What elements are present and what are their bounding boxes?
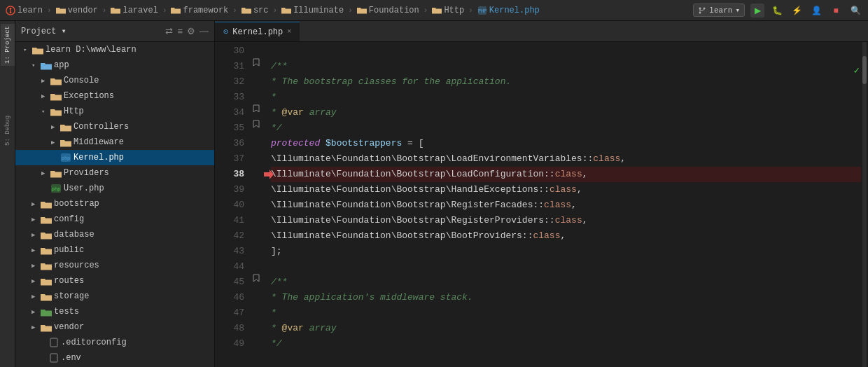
search-button[interactable]: 🔍 (848, 4, 862, 18)
expand-arrow: ▶ (41, 77, 48, 85)
breadcrumb-src[interactable]: src (241, 6, 269, 15)
tree-item-public[interactable]: ▶ public (15, 242, 214, 258)
top-bar: learn › vendor › laravel › framework › s… (0, 0, 868, 21)
line-number: 34 (215, 105, 244, 120)
expand-arrow: ▶ (41, 92, 48, 100)
code-line-35: */ (271, 120, 861, 136)
folder-icon (60, 123, 71, 132)
line-number: 48 (215, 321, 244, 336)
breadcrumb-kernel[interactable]: PHP Kernel.php (477, 6, 540, 15)
tree-item-label: app (54, 60, 69, 70)
debug-button[interactable]: 🐛 (770, 4, 784, 18)
breadcrumb-foundation[interactable]: Foundation (357, 6, 419, 15)
tree-item-storage[interactable]: ▶ storage (15, 289, 214, 304)
expand-arrow: ▶ (51, 139, 58, 146)
tree-item-label: routes (54, 276, 84, 286)
run-button[interactable]: ▶ (750, 4, 764, 18)
line-number: 31 (215, 59, 244, 74)
breadcrumb-http[interactable]: Http (432, 6, 464, 15)
svg-text:php: php (62, 155, 71, 161)
folder-icon (50, 76, 62, 85)
bookmark-icon (253, 120, 260, 128)
line-number: 36 (215, 136, 244, 151)
line-number: 33 (215, 90, 244, 105)
folder-icon (50, 92, 62, 101)
stop-button[interactable]: ■ (829, 4, 843, 18)
tree-item-env[interactable]: .env (15, 350, 214, 366)
breadcrumb-vendor[interactable]: vendor (56, 6, 98, 15)
code-line-49: */ (271, 336, 861, 352)
bookmark-icon (253, 274, 260, 282)
tree-item-resources[interactable]: ▶ resources (15, 258, 214, 273)
bookmark-icon (253, 58, 260, 67)
editor-tab-kernel[interactable]: ⊙ Kernel.php × (215, 22, 300, 41)
breadcrumb-laravel[interactable]: laravel (111, 6, 158, 15)
code-line-37: \Illuminate\Foundation\Bootstrap\LoadEnv… (271, 151, 861, 167)
code-line-44 (271, 259, 861, 275)
folder-icon (41, 277, 52, 286)
line-numbers: 30 31 32 33 34 35 36 37 38 39 40 41 42 4… (215, 42, 250, 367)
tree-item-console[interactable]: ▶ Console (15, 73, 214, 88)
tree-item-kernel-php[interactable]: php Kernel.php (15, 150, 214, 165)
tree-item-learn[interactable]: ▾ learn D:\www\learn (15, 42, 214, 57)
line-number: 47 (215, 305, 244, 321)
chevron-down-icon: ▾ (735, 6, 740, 15)
tree-item-editorconfig[interactable]: .editorconfig (15, 335, 214, 350)
expand-arrow: ▶ (31, 308, 38, 316)
tree-settings-button[interactable]: ⚙ (187, 26, 195, 36)
tree-collapse-button[interactable]: ≡ (177, 26, 183, 36)
expand-arrow: ▶ (31, 231, 38, 239)
tree-item-label: public (54, 245, 84, 255)
tree-item-user-php[interactable]: php User.php (15, 181, 214, 196)
tree-item-app[interactable]: ▾ app (15, 57, 214, 73)
folder-icon (41, 261, 52, 270)
tab-file-icon: ⊙ (223, 27, 228, 37)
folder-icon (41, 246, 52, 255)
tree-item-label: vendor (54, 322, 84, 332)
tab-close-button[interactable]: × (287, 28, 291, 36)
line-number: 32 (215, 74, 244, 90)
tree-sync-button[interactable]: ⇄ (165, 26, 173, 36)
code-line-42: \Illuminate\Foundation\Bootstrap\BootPro… (271, 228, 861, 244)
tree-item-label: Exceptions (64, 91, 114, 101)
scrollbar[interactable] (861, 42, 868, 367)
tree-item-label: bootstrap (54, 199, 99, 209)
tree-minimize-button[interactable]: — (200, 26, 209, 36)
scrollbar-thumb[interactable] (862, 56, 867, 84)
tree-item-controllers[interactable]: ▶ Controllers (15, 119, 214, 134)
code-line-41: \Illuminate\Foundation\Bootstrap\Registe… (271, 213, 861, 228)
breadcrumb-illuminate[interactable]: Illuminate (281, 6, 344, 15)
tree-item-database[interactable]: ▶ database (15, 227, 214, 242)
file-icon (49, 338, 59, 347)
tree-item-middleware[interactable]: ▶ Middleware (15, 134, 214, 150)
tree-item-bootstrap[interactable]: ▶ bootstrap (15, 196, 214, 212)
tree-item-routes[interactable]: ▶ routes (15, 273, 214, 289)
code-area[interactable]: /** * The bootstrap classes for the appl… (264, 42, 861, 367)
tree-item-http[interactable]: ▾ Http (15, 104, 214, 119)
tree-item-config[interactable]: ▶ config (15, 212, 214, 227)
tree-item-label: Kernel.php (74, 153, 124, 162)
code-line-38: \Illuminate\Foundation\Bootstrap\LoadCon… (271, 167, 861, 182)
branch-selector[interactable]: learn ▾ (693, 4, 745, 17)
tree-item-vendor[interactable]: ▶ vendor (15, 319, 214, 335)
folder-icon (281, 6, 291, 14)
coverage-button[interactable]: ⚡ (790, 4, 804, 18)
code-line-36: protected $bootstrappers = [ (271, 136, 861, 151)
php-green-icon: php (50, 184, 62, 193)
expand-arrow: ▾ (31, 62, 38, 69)
sidebar-tab-debug[interactable]: 5: Debug (1, 109, 15, 151)
code-line-46: * The application's middleware stack. (271, 290, 861, 305)
line-number: 42 (215, 228, 244, 244)
tree-item-providers[interactable]: ▶ Providers (15, 165, 214, 181)
breadcrumb-framework[interactable]: framework (171, 6, 228, 15)
sidebar-tab-project[interactable]: 1: Project (1, 24, 15, 66)
expand-arrow: ▾ (41, 108, 48, 116)
gutter (250, 42, 264, 367)
tree-item-exceptions[interactable]: ▶ Exceptions (15, 88, 214, 104)
profile-button[interactable]: 👤 (809, 4, 823, 18)
line-number: 39 (215, 182, 244, 198)
file-tree: Project ▾ ⇄ ≡ ⚙ — ▾ learn D:\www\learn ▾… (15, 21, 215, 367)
svg-rect-13 (50, 338, 57, 347)
tree-item-tests[interactable]: ▶ tests (15, 304, 214, 319)
breadcrumb-git[interactable]: learn (6, 6, 43, 15)
